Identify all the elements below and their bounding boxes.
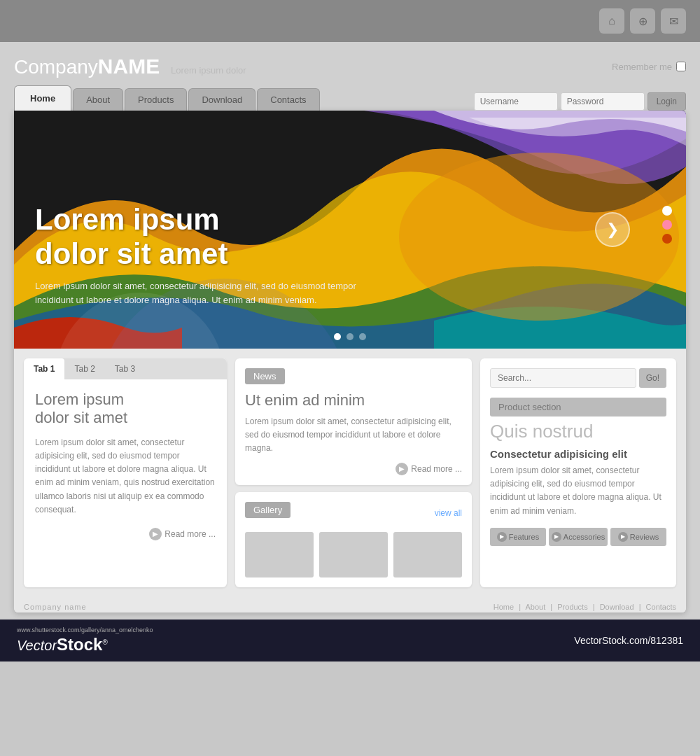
nav-tab-contacts[interactable]: Contacts	[257, 88, 319, 111]
footer-sep-4: |	[639, 603, 641, 611]
news-read-more[interactable]: ▶ Read more ...	[245, 463, 462, 475]
news-body: Lorem ipsum dolor sit amet, consectetur …	[245, 415, 462, 456]
section-tab-2[interactable]: Tab 2	[64, 358, 104, 379]
gallery-thumb-2[interactable]	[319, 532, 388, 578]
slider-dots	[334, 333, 366, 340]
username-input[interactable]	[474, 92, 558, 111]
accessories-button[interactable]: ▶ Accessories	[549, 528, 608, 546]
gallery-view-all[interactable]: view all	[435, 508, 462, 518]
color-circle-pink[interactable]	[662, 220, 672, 230]
logo-name: NAME	[98, 55, 160, 78]
search-input[interactable]	[490, 368, 636, 388]
nav-tabs: Home About Products Download Contacts	[14, 85, 320, 111]
slider-dot-1[interactable]	[334, 333, 341, 340]
footer-link-contacts[interactable]: Contacts	[646, 603, 676, 611]
hero-big-text: Lorem ipsum dolor sit amet	[35, 203, 371, 271]
gallery-thumb-3[interactable]	[393, 532, 462, 578]
product-label: Product section	[490, 398, 666, 416]
remember-label: Remember me	[612, 62, 672, 72]
footer-link-download[interactable]: Download	[600, 603, 634, 611]
hero-slider: Lorem ipsum dolor sit amet Lorem ipsum d…	[14, 111, 686, 349]
reviews-arrow: ▶	[618, 532, 628, 542]
logo-tagline: Lorem ipsum dolor	[171, 65, 246, 76]
watermark-small-text: www.shutterstock.com/gallery/anna_omelch…	[17, 626, 153, 634]
nav-tab-products[interactable]: Products	[125, 88, 187, 111]
header: CompanyNAME Lorem ipsum dolor Remember m…	[14, 42, 686, 85]
product-section: Go! Product section Quis nostrud Consect…	[480, 358, 676, 587]
hero-line2: dolor sit amet	[35, 237, 227, 270]
nav-area: Home About Products Download Contacts Lo…	[14, 85, 686, 111]
reviews-button[interactable]: ▶ Reviews	[610, 528, 666, 546]
search-bar: Go!	[490, 368, 666, 388]
remember-checkbox[interactable]	[676, 62, 686, 71]
tabs-section: Tab 1 Tab 2 Tab 3 Lorem ipsum dolor sit …	[24, 358, 227, 587]
watermark-url: VectorStock.com/812381	[574, 635, 683, 646]
search-button[interactable]: Go!	[639, 368, 666, 388]
features-button[interactable]: ▶ Features	[490, 528, 546, 546]
gallery-header: Gallery view all	[245, 502, 462, 525]
bottom-sections: Tab 1 Tab 2 Tab 3 Lorem ipsum dolor sit …	[14, 349, 686, 597]
section-tab-1[interactable]: Tab 1	[24, 358, 64, 379]
gallery-box: Gallery view all	[235, 492, 472, 587]
logo-text: CompanyNAME Lorem ipsum dolor	[14, 56, 246, 78]
news-read-more-label: Read more ...	[411, 464, 462, 474]
tabs-body: Lorem ipsum dolor sit amet, consectetur …	[35, 436, 216, 517]
hero-line1: Lorem ipsum	[35, 203, 220, 236]
footer-link-products[interactable]: Products	[557, 603, 587, 611]
main-wrapper: CompanyNAME Lorem ipsum dolor Remember m…	[0, 42, 700, 620]
tabs-header: Tab 1 Tab 2 Tab 3	[24, 358, 227, 379]
tabs-read-more[interactable]: ▶ Read more ...	[35, 528, 216, 540]
watermark-reg: ®	[102, 638, 107, 646]
tabs-read-more-label: Read more ...	[164, 529, 216, 539]
slider-next-arrow[interactable]: ❯	[595, 212, 630, 247]
site-footer: Company name Home | About | Products | D…	[14, 597, 686, 612]
product-body: Lorem ipsum dolor sit amet, consectetur …	[490, 464, 666, 518]
nav-tab-about[interactable]: About	[73, 88, 123, 111]
news-title: Ut enim ad minim	[245, 391, 462, 410]
footer-sep-1: |	[519, 603, 521, 611]
tabs-content: Lorem ipsum dolor sit amet Lorem ipsum d…	[24, 379, 227, 552]
plus-icon[interactable]: ⊕	[630, 8, 655, 34]
footer-company: Company name	[24, 603, 87, 611]
hero-text-overlay: Lorem ipsum dolor sit amet Lorem ipsum d…	[35, 203, 371, 307]
svg-point-3	[399, 153, 679, 321]
watermark-vector: Vector	[17, 638, 57, 653]
footer-link-home[interactable]: Home	[493, 603, 514, 611]
slider-dot-2[interactable]	[346, 333, 354, 340]
logo-area: CompanyNAME Lorem ipsum dolor	[14, 55, 246, 78]
password-input[interactable]	[561, 92, 645, 111]
slider-dot-3[interactable]	[359, 333, 366, 340]
content-box: Lorem ipsum dolor sit amet Lorem ipsum d…	[14, 111, 686, 612]
gallery-label: Gallery	[245, 502, 290, 518]
footer-link-about[interactable]: About	[526, 603, 546, 611]
features-label: Features	[509, 533, 539, 541]
product-title: Quis nostrud	[490, 421, 666, 442]
watermark-stock: Stock	[57, 635, 102, 654]
tabs-read-more-arrow: ▶	[149, 528, 162, 540]
tabs-heading-line1: Lorem ipsum	[35, 391, 124, 408]
reviews-label: Reviews	[630, 533, 659, 541]
product-buttons: ▶ Features ▶ Accessories ▶ Reviews	[490, 528, 666, 546]
section-tab-3[interactable]: Tab 3	[105, 358, 145, 379]
remember-area: Remember me	[612, 62, 686, 72]
color-circle-red[interactable]	[662, 234, 672, 244]
product-subtitle: Consectetur adipisicing elit	[490, 448, 666, 460]
gallery-thumbs	[245, 532, 462, 578]
mail-icon[interactable]: ✉	[661, 8, 686, 34]
accessories-label: Accessories	[564, 533, 605, 541]
hero-description: Lorem ipsum dolor sit amet, consectetur …	[35, 279, 371, 307]
footer-sep-2: |	[550, 603, 552, 611]
nav-tab-download[interactable]: Download	[188, 88, 255, 111]
footer-sep-3: |	[593, 603, 595, 611]
login-button[interactable]: Login	[648, 92, 686, 111]
home-icon[interactable]: ⌂	[599, 8, 624, 34]
nav-tab-home[interactable]: Home	[14, 85, 71, 111]
logo-company: Company	[14, 56, 98, 78]
color-circle-white[interactable]	[662, 206, 672, 216]
watermark-bar: www.shutterstock.com/gallery/anna_omelch…	[0, 620, 700, 662]
top-bar: ⌂ ⊕ ✉	[0, 0, 700, 42]
tabs-heading-line2: dolor sit amet	[35, 409, 127, 426]
gallery-thumb-1[interactable]	[245, 532, 314, 578]
news-box: News Ut enim ad minim Lorem ipsum dolor …	[235, 358, 472, 485]
features-arrow: ▶	[497, 532, 507, 542]
